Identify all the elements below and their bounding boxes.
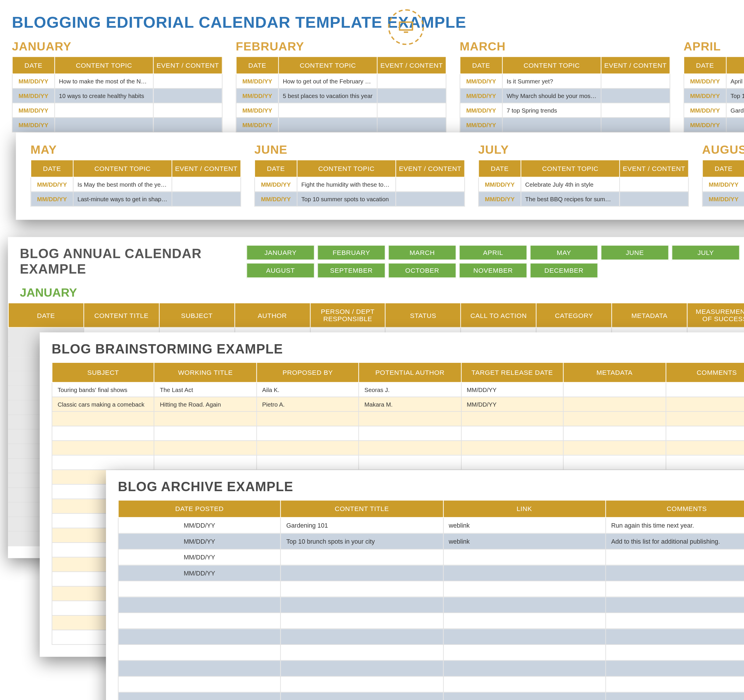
event-cell[interactable] bbox=[620, 177, 689, 192]
date-cell[interactable]: MM/DD/YY bbox=[31, 177, 73, 192]
topic-cell[interactable] bbox=[55, 103, 153, 117]
cell-target-date[interactable]: MM/DD/YY bbox=[461, 382, 563, 397]
date-cell[interactable]: MM/DD/YY bbox=[236, 117, 278, 132]
month-tab-july[interactable]: JULY bbox=[672, 245, 740, 260]
cell-date-posted[interactable]: MM/DD/YY bbox=[118, 517, 281, 533]
date-cell[interactable]: MM/DD/YY bbox=[684, 74, 726, 88]
editorial-row[interactable]: MM/DD/YY Celebrate July 4th in style bbox=[479, 177, 689, 192]
date-cell[interactable]: MM/DD/YY bbox=[684, 103, 726, 117]
event-cell[interactable] bbox=[620, 192, 689, 206]
editorial-row[interactable]: MM/DD/YY bbox=[12, 103, 222, 117]
editorial-row[interactable]: MM/DD/YY Last-minute ways to get in shap… bbox=[31, 192, 241, 206]
topic-cell[interactable]: April showers bring May flowers bbox=[726, 74, 744, 88]
topic-cell[interactable] bbox=[55, 117, 153, 132]
month-tab-november[interactable]: NOVEMBER bbox=[459, 263, 527, 278]
topic-cell[interactable]: Is it Summer yet? bbox=[502, 74, 601, 88]
brain-row-empty[interactable] bbox=[52, 441, 744, 455]
event-cell[interactable] bbox=[153, 74, 222, 88]
cell-link[interactable] bbox=[443, 549, 606, 565]
cell-comments[interactable] bbox=[606, 565, 744, 581]
date-cell[interactable]: MM/DD/YY bbox=[684, 117, 726, 132]
date-cell[interactable]: MM/DD/YY bbox=[12, 117, 55, 132]
brain-row[interactable]: Touring bands' final shows The Last Act … bbox=[52, 382, 744, 397]
brain-row[interactable]: Classic cars making a comeback Hitting t… bbox=[52, 397, 744, 412]
month-tab-september[interactable]: SEPTEMBER bbox=[317, 263, 385, 278]
topic-cell[interactable]: 7 top Spring trends bbox=[502, 103, 601, 117]
topic-cell[interactable] bbox=[726, 117, 744, 132]
editorial-row[interactable]: MM/DD/YY The best BBQ recipes for summer bbox=[479, 192, 689, 206]
topic-cell[interactable]: The best BBQ recipes for summer bbox=[521, 192, 619, 206]
date-cell[interactable]: MM/DD/YY bbox=[236, 74, 278, 88]
archive-row-empty[interactable] bbox=[118, 660, 744, 676]
month-tab-may[interactable]: MAY bbox=[530, 245, 598, 260]
month-tab-february[interactable]: FEBRUARY bbox=[317, 245, 385, 260]
archive-row[interactable]: MM/DD/YY Top 10 brunch spots in your cit… bbox=[118, 533, 744, 549]
archive-row-empty[interactable] bbox=[118, 629, 744, 644]
editorial-row[interactable]: MM/DD/YY 5 best places to vacation this … bbox=[236, 88, 446, 103]
date-cell[interactable]: MM/DD/YY bbox=[12, 74, 55, 88]
editorial-row[interactable]: MM/DD/YY bbox=[460, 117, 670, 132]
cell-link[interactable]: weblink bbox=[443, 517, 606, 533]
date-cell[interactable]: MM/DD/YY bbox=[31, 192, 73, 206]
cell-potential-author[interactable]: Makara M. bbox=[359, 397, 461, 412]
date-cell[interactable]: MM/DD/YY bbox=[702, 192, 744, 206]
cell-subject[interactable]: Touring bands' final shows bbox=[52, 382, 154, 397]
cell-link[interactable] bbox=[443, 565, 606, 581]
archive-row[interactable]: MM/DD/YY bbox=[118, 565, 744, 581]
date-cell[interactable]: MM/DD/YY bbox=[255, 177, 297, 192]
topic-cell[interactable]: Top 10 things to do in Spring bbox=[726, 88, 744, 103]
event-cell[interactable] bbox=[601, 74, 670, 88]
archive-row-empty[interactable] bbox=[118, 676, 744, 692]
month-tab-october[interactable]: OCTOBER bbox=[388, 263, 456, 278]
event-cell[interactable] bbox=[377, 103, 446, 117]
date-cell[interactable]: MM/DD/YY bbox=[684, 88, 726, 103]
topic-cell[interactable]: Top 10 summer spots to vacation bbox=[297, 192, 396, 206]
topic-cell[interactable] bbox=[279, 117, 377, 132]
date-cell[interactable]: MM/DD/YY bbox=[12, 88, 55, 103]
cell-content-title[interactable]: Top 10 brunch spots in your city bbox=[281, 533, 443, 549]
topic-cell[interactable]: 10 ways to create healthy habits bbox=[55, 88, 153, 103]
topic-cell[interactable]: How to make the most of the New Year bbox=[55, 74, 153, 88]
cell-comments[interactable] bbox=[606, 549, 744, 565]
date-cell[interactable]: MM/DD/YY bbox=[255, 192, 297, 206]
cell-comments[interactable]: Add to this list for additional publishi… bbox=[606, 533, 744, 549]
archive-row-empty[interactable] bbox=[118, 692, 744, 700]
date-cell[interactable]: MM/DD/YY bbox=[236, 103, 278, 117]
editorial-row[interactable]: MM/DD/YY bbox=[702, 192, 744, 206]
event-cell[interactable] bbox=[153, 88, 222, 103]
topic-cell[interactable]: Celebrate July 4th in style bbox=[521, 177, 619, 192]
event-cell[interactable] bbox=[153, 103, 222, 117]
editorial-row[interactable]: MM/DD/YY Fight the humidity with these t… bbox=[255, 177, 465, 192]
cell-target-date[interactable]: MM/DD/YY bbox=[461, 397, 563, 412]
month-tab-june[interactable]: JUNE bbox=[601, 245, 669, 260]
cell-link[interactable]: weblink bbox=[443, 533, 606, 549]
date-cell[interactable]: MM/DD/YY bbox=[12, 103, 55, 117]
archive-row-empty[interactable] bbox=[118, 581, 744, 597]
topic-cell[interactable]: Why March should be your most productive… bbox=[502, 88, 601, 103]
month-tab-january[interactable]: JANUARY bbox=[246, 245, 314, 260]
cell-proposed-by[interactable]: Pietro A. bbox=[256, 397, 359, 412]
topic-cell[interactable]: How to get out of the February slump bbox=[279, 74, 377, 88]
cell-potential-author[interactable]: Seoras J. bbox=[359, 382, 461, 397]
date-cell[interactable]: MM/DD/YY bbox=[460, 103, 502, 117]
topic-cell[interactable] bbox=[279, 103, 377, 117]
editorial-row[interactable]: MM/DD/YY bbox=[236, 103, 446, 117]
editorial-row[interactable]: MM/DD/YY bbox=[12, 117, 222, 132]
archive-row[interactable]: MM/DD/YY Gardening 101 weblink Run again… bbox=[118, 517, 744, 533]
cell-comments[interactable]: Run again this time next year. bbox=[606, 517, 744, 533]
brain-row-empty[interactable] bbox=[52, 412, 744, 426]
editorial-row[interactable]: MM/DD/YY bbox=[702, 177, 744, 192]
month-tab-august[interactable]: AUGUST bbox=[246, 263, 314, 278]
date-cell[interactable]: MM/DD/YY bbox=[479, 177, 521, 192]
date-cell[interactable]: MM/DD/YY bbox=[460, 74, 502, 88]
editorial-row[interactable]: MM/DD/YY 10 ways to create healthy habit… bbox=[12, 88, 222, 103]
editorial-row[interactable]: MM/DD/YY Garden tips for beginners bbox=[684, 103, 744, 117]
cell-working-title[interactable]: Hitting the Road. Again bbox=[154, 397, 257, 412]
editorial-row[interactable]: MM/DD/YY Why March should be your most p… bbox=[460, 88, 670, 103]
topic-cell[interactable] bbox=[502, 117, 601, 132]
date-cell[interactable]: MM/DD/YY bbox=[460, 88, 502, 103]
event-cell[interactable] bbox=[377, 117, 446, 132]
date-cell[interactable]: MM/DD/YY bbox=[236, 88, 278, 103]
archive-row[interactable]: MM/DD/YY bbox=[118, 549, 744, 565]
cell-proposed-by[interactable]: Aila K. bbox=[256, 382, 359, 397]
